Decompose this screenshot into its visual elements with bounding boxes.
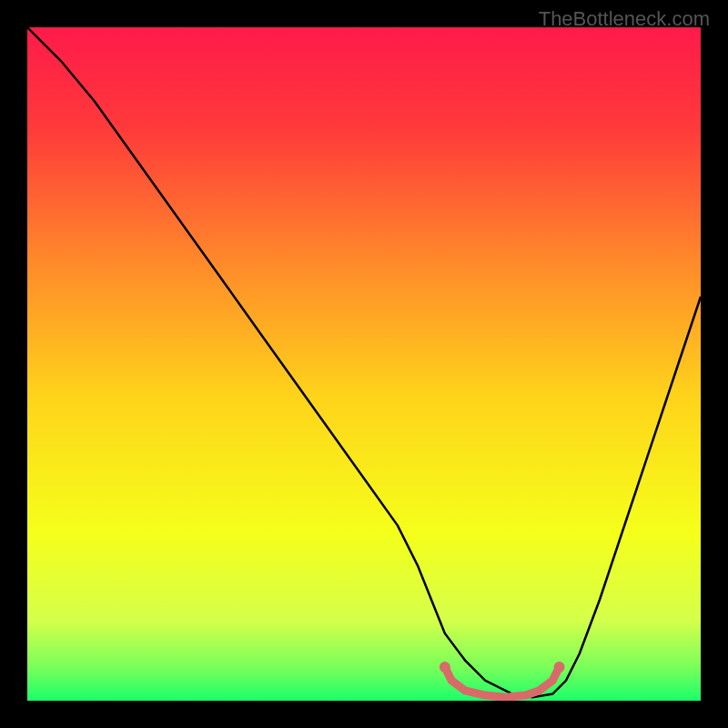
optimal-dot-left [440, 662, 450, 672]
plot-area [27, 27, 701, 701]
bottleneck-curve [27, 27, 701, 697]
curve-overlay [27, 27, 701, 701]
watermark-text: TheBottleneck.com [539, 7, 710, 31]
optimal-dot-right [554, 662, 565, 672]
optimal-segment [445, 667, 560, 697]
